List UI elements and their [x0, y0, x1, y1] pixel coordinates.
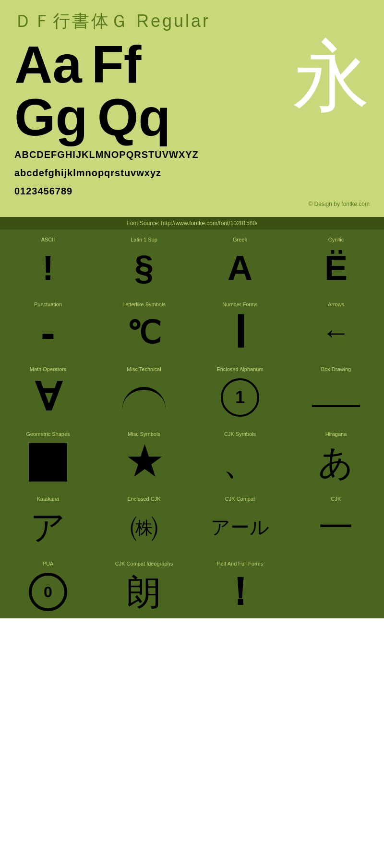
cell-latin1sup: Latin 1 Sup §: [96, 229, 192, 294]
label-cjkcompatideographs: CJK Compat Ideographs: [115, 561, 173, 567]
cell-cjksymbols: CJK Symbols 、: [192, 424, 288, 489]
font-title: ＤＦ行書体Ｇ Regular: [14, 10, 370, 33]
digits-row: 0123456789: [14, 184, 370, 198]
cell-boxdrawing: Box Drawing: [288, 359, 384, 424]
char-latin1sup: §: [134, 246, 154, 289]
char-letterlike: ℃: [127, 311, 161, 354]
sample-char-ff: Ff: [92, 38, 142, 91]
char-cjkcompat: アール: [211, 506, 269, 549]
label-letterlike: Letterlike Symbols: [122, 301, 166, 307]
cell-katakana: Katakana ア: [0, 489, 96, 554]
char-punctuation: -: [41, 311, 55, 354]
label-boxdrawing: Box Drawing: [321, 366, 351, 372]
cell-cjkcompat: CJK Compat アール: [192, 489, 288, 554]
label-mathops: Math Operators: [30, 366, 66, 372]
char-grid: ASCII ! Latin 1 Sup § Greek A Cyrillic Ë…: [0, 229, 384, 618]
label-pua: PUA: [43, 561, 54, 567]
cell-numberforms: Number Forms Ⅰ: [192, 294, 288, 359]
source-bar: Font Source: http://www.fontke.com/font/…: [0, 217, 384, 229]
cell-pua: PUA 0: [0, 554, 96, 618]
sample-char-qq: Qq: [97, 91, 171, 144]
cell-cyrillic: Cyrillic Ë: [288, 229, 384, 294]
char-arrows: ←: [322, 311, 350, 354]
pua-circle-shape: 0: [29, 573, 67, 611]
sample-char-aa: Aa: [14, 38, 82, 91]
cell-arrows: Arrows ←: [288, 294, 384, 359]
sample-row-2: Gg Qq: [14, 91, 288, 144]
cell-greek: Greek A: [192, 229, 288, 294]
char-pua: 0: [29, 570, 67, 614]
arc-shape: [122, 387, 166, 409]
label-cjk: CJK: [331, 496, 341, 502]
cell-enclosedcjk: Enclosed CJK ㈱: [96, 489, 192, 554]
cell-punctuation: Punctuation -: [0, 294, 96, 359]
lowercase-row: abcdefghijklmnopqrstuvwxyz: [14, 166, 370, 180]
label-cjkcompat: CJK Compat: [225, 496, 255, 502]
label-geoshapes: Geometric Shapes: [26, 431, 70, 437]
char-cjksymbols: 、: [223, 441, 257, 484]
char-halffulforms: ！: [221, 570, 259, 614]
label-cjksymbols: CJK Symbols: [224, 431, 256, 437]
label-cyrillic: Cyrillic: [328, 237, 344, 242]
label-enclosedalphanum: Enclosed Alphanum: [216, 366, 263, 372]
label-numberforms: Number Forms: [222, 301, 257, 307]
uppercase-row: ABCDEFGHIJKLMNOPQRSTUVWXYZ: [14, 147, 370, 162]
char-misctechnical: [122, 376, 166, 419]
top-section: ＤＦ行書体Ｇ Regular Aa Ff Gg Qq 永 ABCDEFGHIJK…: [0, 0, 384, 217]
cjk-sample: 永: [293, 38, 370, 115]
cell-ascii: ASCII !: [0, 229, 96, 294]
cell-empty: [288, 554, 384, 618]
cell-letterlike: Letterlike Symbols ℃: [96, 294, 192, 359]
cell-cjkcompatideographs: CJK Compat Ideographs 朗: [96, 554, 192, 618]
sample-row-1: Aa Ff: [14, 38, 288, 91]
cell-halffulforms: Half And Full Forms ！: [192, 554, 288, 618]
cell-mathops: Math Operators ∀: [0, 359, 96, 424]
cell-enclosedalphaum: Enclosed Alphanum 1: [192, 359, 288, 424]
char-cjk: 一: [319, 506, 353, 549]
sample-chars: Aa Ff Gg Qq 永: [14, 38, 370, 144]
box-line-shape: [312, 405, 360, 407]
circle-1-shape: 1: [221, 378, 259, 417]
char-cjkcompatideographs: 朗: [127, 570, 161, 614]
char-miscsymbols: ★: [127, 441, 161, 484]
label-ascii: ASCII: [41, 237, 55, 242]
char-greek: A: [228, 246, 252, 289]
bottom-section: Font Source: http://www.fontke.com/font/…: [0, 217, 384, 618]
char-mathops: ∀: [35, 376, 61, 419]
char-enclosedalphanum: 1: [221, 376, 259, 419]
cell-miscsymbols: Misc Symbols ★: [96, 424, 192, 489]
sample-latin: Aa Ff Gg Qq: [14, 38, 288, 144]
char-ascii: !: [42, 246, 54, 289]
label-latin1sup: Latin 1 Sup: [131, 237, 157, 242]
label-miscsymbols: Misc Symbols: [128, 431, 160, 437]
label-misctechnical: Misc Technical: [127, 366, 161, 372]
star-symbol: ★: [127, 443, 161, 482]
char-geoshapes: [29, 441, 67, 484]
cell-misctechnical: Misc Technical: [96, 359, 192, 424]
char-katakana: ア: [30, 506, 66, 549]
credit-text: © Design by fontke.com: [14, 201, 370, 207]
label-punctuation: Punctuation: [34, 301, 62, 307]
char-cyrillic: Ë: [324, 246, 348, 289]
label-enclosedcjk: Enclosed CJK: [127, 496, 160, 502]
char-numberforms: Ⅰ: [234, 311, 247, 354]
label-greek: Greek: [233, 237, 247, 242]
sample-char-gg: Gg: [14, 91, 88, 144]
black-square-shape: [29, 443, 67, 482]
cell-cjk: CJK 一: [288, 489, 384, 554]
char-boxdrawing: [312, 376, 360, 419]
label-arrows: Arrows: [328, 301, 344, 307]
char-enclosedcjk: ㈱: [130, 506, 158, 549]
label-hiragana: Hiragana: [325, 431, 347, 437]
label-halffulforms: Half And Full Forms: [217, 561, 264, 567]
char-hiragana: あ: [318, 441, 354, 484]
cell-geoshapes: Geometric Shapes: [0, 424, 96, 489]
cell-hiragana: Hiragana あ: [288, 424, 384, 489]
label-katakana: Katakana: [37, 496, 59, 502]
